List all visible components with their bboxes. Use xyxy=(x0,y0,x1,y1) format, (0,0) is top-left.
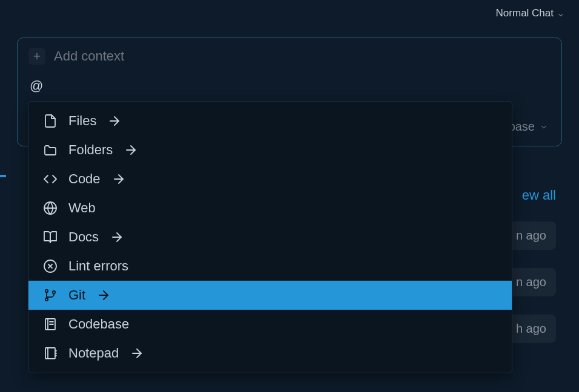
dropdown-item-label: Folders xyxy=(68,142,113,158)
dropdown-item-codebase[interactable]: Codebase xyxy=(28,310,512,339)
history-time-badge[interactable]: n ago xyxy=(506,221,556,250)
dropdown-item-label: Notepad xyxy=(68,345,119,361)
folder-icon xyxy=(43,143,58,157)
dropdown-item-lint-errors[interactable]: Lint errors xyxy=(28,252,512,281)
add-context-button[interactable] xyxy=(28,48,45,65)
dropdown-item-label: Code xyxy=(68,171,101,187)
add-context-placeholder: Add context xyxy=(54,48,124,64)
dropdown-item-label: Codebase xyxy=(68,316,129,332)
dropdown-item-git[interactable]: Git xyxy=(28,281,512,310)
chat-mode-selector[interactable]: Normal Chat xyxy=(496,7,564,19)
dropdown-item-docs[interactable]: Docs xyxy=(28,223,512,252)
arrow-right-icon xyxy=(130,346,144,361)
history-sidebar: ew all n ago n ago h ago xyxy=(506,188,556,343)
dropdown-item-label: Web xyxy=(68,200,96,216)
history-time-badge[interactable]: h ago xyxy=(506,315,556,343)
mode-label: Normal Chat xyxy=(496,7,554,19)
dropdown-item-notepad[interactable]: Notepad xyxy=(28,339,512,368)
dropdown-item-files[interactable]: Files xyxy=(28,106,512,136)
dropdown-item-code[interactable]: Code xyxy=(28,165,512,194)
arrow-right-icon xyxy=(124,143,138,157)
dropdown-item-label: Docs xyxy=(68,229,99,245)
git-icon xyxy=(43,288,58,302)
context-dropdown: Files Folders Code Web Docs xyxy=(28,101,512,373)
dropdown-item-folders[interactable]: Folders xyxy=(28,136,512,165)
history-time-badge[interactable]: n ago xyxy=(506,268,556,296)
code-icon xyxy=(43,172,58,186)
arrow-right-icon xyxy=(107,114,122,128)
header-bar: Normal Chat xyxy=(0,0,579,27)
dropdown-item-label: Lint errors xyxy=(68,258,128,274)
arrow-right-icon xyxy=(111,172,126,186)
dropdown-item-label: Git xyxy=(68,287,85,303)
dropdown-item-web[interactable]: Web xyxy=(28,194,512,223)
book-icon xyxy=(43,230,58,244)
svg-rect-20 xyxy=(45,348,55,359)
chevron-down-icon xyxy=(557,10,564,17)
dropdown-item-label: Files xyxy=(68,113,96,129)
arrow-right-icon xyxy=(96,288,111,302)
arrow-right-icon xyxy=(110,230,124,244)
globe-icon xyxy=(43,201,58,215)
codebase-scope-selector[interactable]: base xyxy=(509,120,548,134)
codebase-icon xyxy=(43,317,58,332)
codebase-scope-label: base xyxy=(509,120,535,134)
view-all-link[interactable]: ew all xyxy=(522,188,556,203)
left-tab-indicator xyxy=(0,175,6,177)
error-icon xyxy=(43,259,58,273)
notepad-icon xyxy=(43,346,58,361)
file-icon xyxy=(43,114,58,128)
chat-input[interactable]: @ xyxy=(30,78,551,94)
add-context-row: Add context xyxy=(28,48,551,65)
